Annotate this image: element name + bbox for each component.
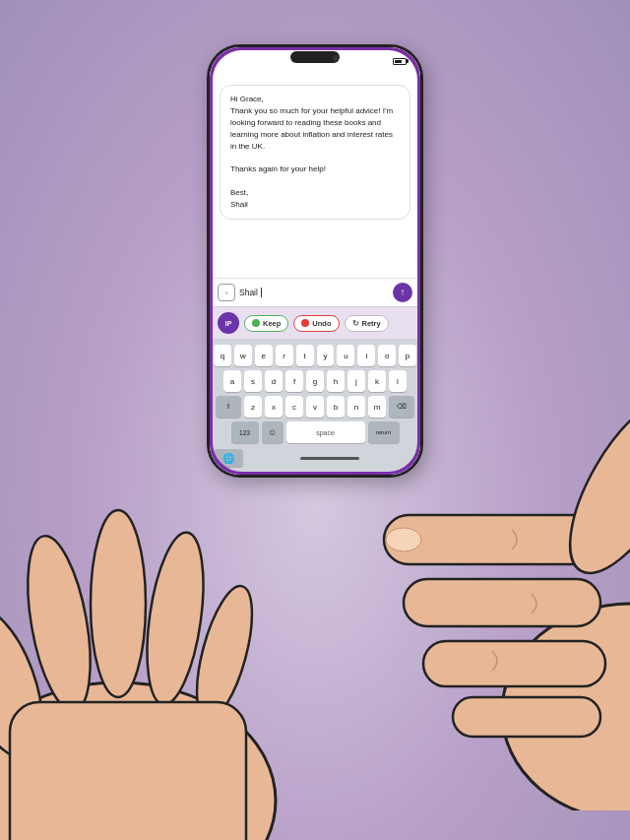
send-button[interactable] <box>393 283 412 302</box>
undo-label: Undo <box>312 319 331 328</box>
space-label: space <box>316 429 335 436</box>
key-t[interactable]: t <box>296 345 314 366</box>
retry-icon: ↻ <box>352 319 359 328</box>
svg-point-3 <box>91 510 146 697</box>
undo-button[interactable]: Undo <box>293 315 339 332</box>
emoji-label: ☺ <box>268 427 277 437</box>
svg-point-9 <box>386 528 421 551</box>
key-v[interactable]: v <box>306 396 324 418</box>
svg-rect-11 <box>423 641 605 686</box>
key-e[interactable]: e <box>255 345 273 366</box>
status-bar <box>210 47 420 75</box>
key-b[interactable]: b <box>327 396 345 418</box>
globe-key[interactable]: 🌐 <box>214 449 243 467</box>
numbers-label: 123 <box>239 429 250 436</box>
key-d[interactable]: d <box>265 370 283 392</box>
input-value: Shail <box>239 288 258 297</box>
right-hand <box>354 338 630 810</box>
key-a[interactable]: a <box>223 370 241 392</box>
message-area: Hi Grace, Thank you so much for your hel… <box>210 75 420 278</box>
svg-rect-6 <box>10 702 246 840</box>
key-f[interactable]: f <box>285 370 303 392</box>
retry-label: Retry <box>362 319 381 328</box>
keep-button[interactable]: Keep <box>244 315 288 332</box>
key-h[interactable]: h <box>327 370 345 392</box>
key-q[interactable]: q <box>214 345 231 366</box>
key-r[interactable]: r <box>276 345 293 366</box>
message-text: Hi Grace, Thank you so much for your hel… <box>230 95 393 209</box>
keep-icon <box>252 319 260 327</box>
keep-label: Keep <box>263 319 281 328</box>
key-y[interactable]: y <box>317 345 335 366</box>
input-bar[interactable]: › Shail <box>210 278 420 306</box>
chevron-icon[interactable]: › <box>218 284 235 301</box>
battery-icon <box>393 58 407 65</box>
numbers-key[interactable]: 123 <box>231 421 259 443</box>
camera <box>333 55 339 61</box>
scene: Hi Grace, Thank you so much for your hel… <box>0 0 630 840</box>
emoji-key[interactable]: ☺ <box>262 421 284 443</box>
key-x[interactable]: x <box>265 396 283 418</box>
ai-logo: IP <box>218 312 239 334</box>
battery-fill <box>395 60 402 63</box>
key-g[interactable]: g <box>306 370 324 392</box>
status-icons <box>393 58 407 65</box>
ai-logo-text: IP <box>225 320 232 327</box>
undo-icon <box>301 319 309 327</box>
key-c[interactable]: c <box>285 396 303 418</box>
svg-rect-12 <box>453 697 600 737</box>
svg-rect-10 <box>404 579 600 626</box>
space-key[interactable]: space <box>286 421 365 443</box>
message-bubble: Hi Grace, Thank you so much for your hel… <box>220 85 410 220</box>
key-z[interactable]: z <box>244 396 262 418</box>
home-bar <box>300 457 359 460</box>
key-w[interactable]: w <box>234 345 252 366</box>
key-u[interactable]: u <box>337 345 354 366</box>
key-s[interactable]: s <box>244 370 262 392</box>
ai-toolbar: IP Keep Undo ↻ Retry <box>210 306 420 339</box>
shift-key[interactable]: ⇧ <box>216 396 241 418</box>
message-input[interactable]: Shail <box>239 288 389 297</box>
retry-button[interactable]: ↻ Retry <box>345 315 389 332</box>
